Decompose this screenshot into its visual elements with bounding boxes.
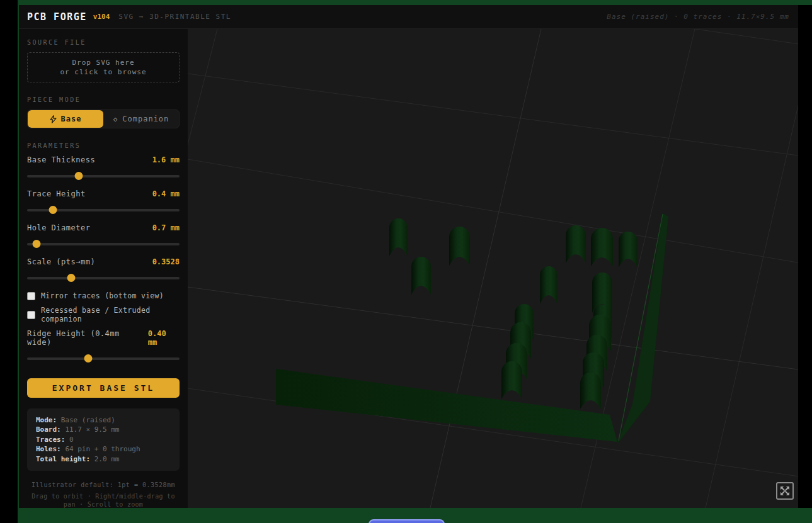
hole-diameter-value: 0.7 mm	[152, 223, 180, 232]
pin-cylinder	[501, 361, 522, 399]
drop-zone-line2: or click to browse	[60, 68, 146, 76]
pin-cylinder	[540, 266, 558, 304]
app-window: PCB FORGE v104 SVG → 3D-PRINTABLE STL Ba…	[19, 5, 812, 508]
3d-viewport[interactable]	[188, 29, 812, 508]
version-badge: v104	[93, 13, 110, 21]
base-thickness-slider[interactable]	[27, 172, 180, 180]
base-thickness-value: 1.6 mm	[152, 155, 180, 164]
base-thickness-label: Base Thickness	[27, 155, 95, 164]
export-base-stl-button[interactable]: EXPORT BASE STL	[27, 378, 180, 398]
scale-pts-mm-label: Scale (pts→mm)	[27, 257, 95, 266]
pin-cylinder	[411, 257, 431, 295]
mirror-traces-bottom-view-checkbox[interactable]	[27, 292, 35, 300]
hole-diameter-slider-track[interactable]	[27, 243, 180, 245]
ridge-height-value: 0.40 mm	[148, 329, 180, 347]
board-base-bar	[276, 369, 617, 442]
navigation-hint: Drag to orbit · Right/middle-drag to pan…	[27, 492, 180, 508]
base-thickness-slider-thumb[interactable]	[75, 172, 83, 180]
sidebar: SOURCE FILE Drop SVG here or click to br…	[19, 29, 188, 508]
grid-line	[188, 159, 812, 265]
parameter-sliders: Base Thickness1.6 mmTrace Height0.4 mmHo…	[27, 155, 180, 282]
info-line-total-height: Total height: 2.0 mm	[36, 454, 171, 464]
info-line-traces: Traces: 0	[36, 435, 171, 444]
expand-icon	[780, 486, 790, 496]
ridge-height-slider-track[interactable]	[27, 357, 180, 360]
base-thickness-row: Base Thickness1.6 mm	[27, 155, 180, 180]
grid-line	[188, 74, 812, 157]
grid-line	[188, 287, 812, 371]
piece-mode-companion-label: Companion	[122, 115, 169, 123]
status-summary: Base (raised) · 0 traces · 11.7×9.5 mm	[607, 13, 789, 21]
info-line-board: Board: 11.7 × 9.5 mm	[36, 425, 171, 434]
parameter-checkboxes: Mirror traces (bottom view)Recessed base…	[27, 291, 180, 323]
grid-line	[687, 29, 812, 46]
app-header: PCB FORGE v104 SVG → 3D-PRINTABLE STL Ba…	[19, 5, 812, 29]
piece-mode-label: PIECE MODE	[27, 96, 180, 103]
pin-cylinder	[449, 227, 470, 266]
hole-diameter-row: Hole Diameter0.7 mm	[27, 223, 180, 248]
ridge-height-row: Ridge Height (0.4mm wide)0.40 mm	[27, 329, 180, 363]
svg-drop-zone[interactable]: Drop SVG here or click to browse	[27, 52, 180, 82]
trace-height-slider-thumb[interactable]	[49, 206, 57, 214]
recessed-base-extruded-companion-label: Recessed base / Extruded companion	[41, 306, 180, 323]
scale-pts-mm-slider-thumb[interactable]	[67, 274, 76, 282]
scale-pts-mm-row: Scale (pts→mm)0.3528	[27, 257, 180, 282]
ridge-slider-slot: Ridge Height (0.4mm wide)0.40 mm	[27, 329, 180, 363]
hole-diameter-slider-thumb[interactable]	[32, 240, 40, 248]
hole-diameter-slider[interactable]	[27, 240, 180, 248]
base-thickness-slider-track[interactable]	[27, 175, 180, 177]
recessed-base-extruded-companion-checkbox[interactable]	[27, 311, 35, 319]
trace-height-row: Trace Height0.4 mm	[27, 189, 180, 214]
3d-scene-canvas[interactable]	[188, 29, 812, 508]
below-fold-button[interactable]	[369, 519, 445, 523]
trace-height-slider[interactable]	[27, 206, 180, 214]
fullscreen-button[interactable]	[776, 482, 794, 500]
scale-pts-mm-slider[interactable]	[27, 274, 180, 282]
diamond-icon: ◇	[113, 115, 118, 123]
drop-zone-line1: Drop SVG here	[72, 59, 134, 67]
scale-pts-mm-value: 0.3528	[152, 257, 180, 266]
mirror-traces-bottom-view-row: Mirror traces (bottom view)	[27, 291, 180, 300]
pin-cylinder	[566, 225, 586, 263]
pin-cylinder	[619, 232, 638, 267]
pin-cylinder	[580, 373, 601, 409]
ridge-height-slider-thumb[interactable]	[84, 354, 92, 363]
right-edge-strip	[798, 5, 812, 508]
piece-mode-toggle: Base ◇ Companion	[27, 110, 180, 128]
piece-mode-base-button[interactable]: Base	[28, 110, 103, 128]
parameters-label: PARAMETERS	[27, 142, 180, 149]
app-subtitle: SVG → 3D-PRINTABLE STL	[118, 13, 231, 21]
grid-line	[430, 29, 541, 508]
info-line-holes: Holes: 64 pin + 0 through	[36, 444, 171, 454]
scale-pts-mm-slider-track[interactable]	[27, 277, 180, 279]
grid-line	[188, 29, 217, 508]
pin-cylinder	[389, 218, 408, 256]
app-title: PCB FORGE	[27, 11, 87, 23]
mirror-traces-bottom-view-label: Mirror traces (bottom view)	[41, 291, 164, 300]
piece-mode-companion-button[interactable]: ◇ Companion	[103, 110, 179, 128]
trace-height-value: 0.4 mm	[152, 189, 180, 198]
ridge-height-label: Ridge Height (0.4mm wide)	[27, 329, 148, 347]
hole-diameter-label: Hole Diameter	[27, 223, 90, 232]
trace-height-label: Trace Height	[27, 189, 86, 198]
source-file-label: SOURCE FILE	[27, 39, 180, 46]
info-line-mode: Mode: Base (raised)	[36, 415, 171, 425]
lightning-icon	[50, 115, 57, 123]
pin-cylinder	[591, 228, 613, 266]
ridge-height-slider[interactable]	[27, 354, 180, 363]
piece-mode-base-label: Base	[61, 115, 82, 123]
scale-footnote: Illustrator default: 1pt = 0.3528mm	[27, 481, 180, 488]
recessed-base-extruded-companion-row: Recessed base / Extruded companion	[27, 306, 180, 323]
grid-line	[706, 29, 812, 508]
model-info-panel: Mode: Base (raised) Board: 11.7 × 9.5 mm…	[27, 408, 180, 471]
